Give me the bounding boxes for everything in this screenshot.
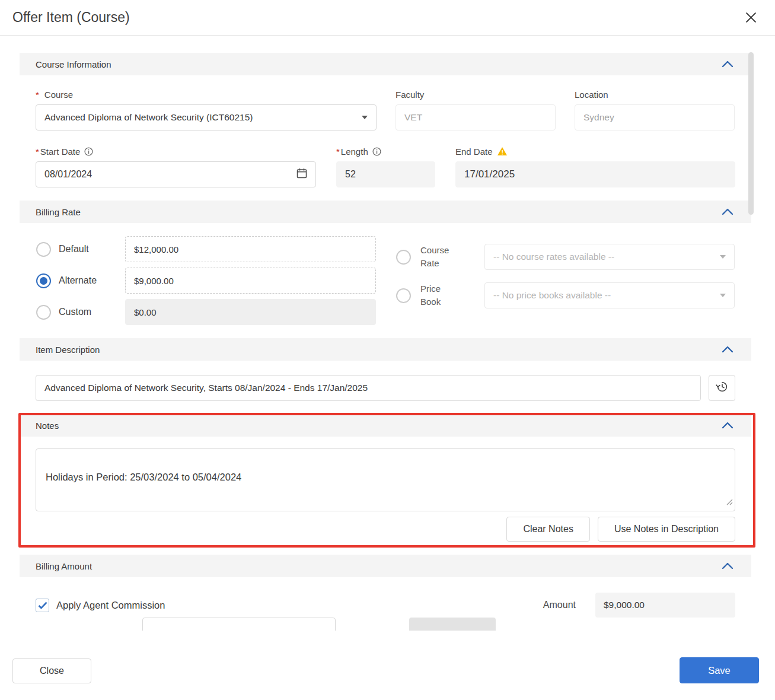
chevron-up-icon[interactable] bbox=[722, 61, 733, 68]
length-label: Length bbox=[336, 147, 368, 157]
faculty-value: VET bbox=[404, 112, 547, 123]
radio-course-rate[interactable] bbox=[396, 250, 411, 265]
price-book-row: Price Book -- No price books available -… bbox=[396, 282, 735, 308]
rate-alternate-choice[interactable]: Alternate bbox=[36, 273, 125, 288]
cutoff-row bbox=[142, 618, 735, 631]
end-date-label: End Date bbox=[455, 147, 493, 157]
reset-description-button[interactable] bbox=[709, 375, 735, 401]
rate-custom-choice[interactable]: Custom bbox=[36, 305, 125, 320]
apply-agent-commission-group[interactable]: Apply Agent Commission bbox=[36, 599, 165, 612]
price-book-select[interactable]: -- No price books available -- bbox=[484, 282, 735, 308]
rate-default-label: Default bbox=[59, 244, 89, 254]
end-date-field: End Date 17/01/2025 bbox=[455, 146, 735, 187]
course-rate-placeholder: -- No course rates available -- bbox=[493, 252, 714, 262]
chevron-up-icon[interactable] bbox=[722, 208, 733, 215]
apply-agent-commission-checkbox[interactable] bbox=[36, 599, 49, 612]
start-date-label: Start Date bbox=[36, 147, 80, 157]
amount-label: Amount bbox=[543, 600, 576, 610]
rate-default-choice[interactable]: Default bbox=[36, 242, 125, 257]
calendar-icon[interactable] bbox=[296, 168, 307, 181]
rate-custom-label: Custom bbox=[59, 307, 91, 317]
custom-rate-value: $0.00 bbox=[134, 307, 157, 317]
notes-content: Holidays in Period: 25/03/2024 to 05/04/… bbox=[20, 437, 751, 542]
price-book-label: Price Book bbox=[420, 282, 460, 308]
course-field: Course Advanced Diploma of Network Secur… bbox=[36, 89, 377, 131]
notes-textarea[interactable]: Holidays in Period: 25/03/2024 to 05/04/… bbox=[36, 448, 735, 511]
radio-price-book[interactable] bbox=[396, 288, 411, 303]
course-rate-label: Course Rate bbox=[420, 244, 460, 270]
end-date-value: 17/01/2025 bbox=[464, 168, 726, 180]
course-select[interactable]: Advanced Diploma of Network Security (IC… bbox=[36, 104, 377, 131]
length-field: Length 52 bbox=[336, 146, 435, 187]
radio-alternate[interactable] bbox=[36, 273, 51, 288]
clear-notes-button[interactable]: Clear Notes bbox=[506, 517, 589, 542]
item-description-title: Item Description bbox=[36, 345, 100, 355]
section-notes: Notes Holidays in Period: 25/03/2024 to … bbox=[20, 414, 751, 542]
chevron-down-icon bbox=[720, 294, 726, 297]
course-value: Advanced Diploma of Network Security (IC… bbox=[44, 112, 356, 123]
rate-options: Default $12,000.00 Alternate $9,000.00 bbox=[36, 236, 376, 325]
save-button[interactable]: Save bbox=[680, 657, 759, 683]
rate-option-default: Default $12,000.00 bbox=[36, 236, 376, 262]
section-item-description: Item Description Advanced Diploma of Net… bbox=[20, 338, 751, 401]
alternate-rate-input[interactable]: $9,000.00 bbox=[125, 268, 376, 294]
start-date-value: 08/01/2024 bbox=[44, 169, 296, 180]
chevron-up-icon[interactable] bbox=[722, 346, 733, 353]
check-icon bbox=[38, 602, 47, 609]
notes-buttons: Clear Notes Use Notes in Description bbox=[36, 517, 735, 542]
radio-custom[interactable] bbox=[36, 305, 51, 320]
faculty-label: Faculty bbox=[396, 89, 556, 100]
history-icon bbox=[716, 380, 729, 396]
default-rate-value: $12,000.00 bbox=[134, 244, 178, 254]
end-date-input: 17/01/2025 bbox=[455, 161, 735, 187]
cutoff-control bbox=[409, 618, 496, 631]
faculty-input: VET bbox=[396, 104, 556, 131]
info-icon[interactable] bbox=[84, 147, 93, 156]
item-description-value: Advanced Diploma of Network Security, St… bbox=[44, 383, 692, 393]
notes-header[interactable]: Notes bbox=[20, 414, 751, 437]
rate-option-custom: Custom $0.00 bbox=[36, 299, 376, 325]
notes-title: Notes bbox=[36, 421, 59, 431]
start-date-input[interactable]: 08/01/2024 bbox=[36, 161, 316, 187]
billing-amount-title: Billing Amount bbox=[36, 561, 92, 571]
cutoff-input[interactable] bbox=[142, 618, 336, 631]
resize-handle-icon[interactable] bbox=[726, 497, 733, 508]
chevron-up-icon[interactable] bbox=[722, 422, 733, 429]
start-date-field: Start Date 08/01/2024 bbox=[36, 146, 316, 187]
section-billing-amount: Billing Amount Apply Agent Commission Am… bbox=[20, 555, 751, 631]
billing-rate-content: Default $12,000.00 Alternate $9,000.00 bbox=[20, 223, 751, 325]
item-description-header[interactable]: Item Description bbox=[20, 338, 751, 361]
rate-sources: Course Rate -- No course rates available… bbox=[396, 236, 735, 325]
amount-value: $9,000.00 bbox=[604, 600, 645, 610]
location-label: Location bbox=[575, 89, 735, 100]
item-description-input[interactable]: Advanced Diploma of Network Security, St… bbox=[36, 375, 701, 401]
modal-header: Offer Item (Course) bbox=[0, 0, 775, 36]
course-information-header[interactable]: Course Information bbox=[20, 53, 751, 75]
radio-default[interactable] bbox=[36, 242, 51, 257]
course-rate-select[interactable]: -- No course rates available -- bbox=[484, 244, 735, 270]
billing-amount-header[interactable]: Billing Amount bbox=[20, 555, 751, 577]
use-notes-in-description-button[interactable]: Use Notes in Description bbox=[598, 517, 735, 542]
billing-rate-title: Billing Rate bbox=[36, 207, 81, 217]
warning-icon bbox=[497, 147, 508, 156]
modal-title: Offer Item (Course) bbox=[12, 9, 130, 26]
price-book-placeholder: -- No price books available -- bbox=[493, 290, 714, 301]
close-icon[interactable] bbox=[742, 9, 759, 26]
chevron-down-icon bbox=[720, 255, 726, 259]
scrollbar-thumb[interactable] bbox=[748, 52, 754, 215]
end-date-label-row: End Date bbox=[455, 146, 735, 157]
chevron-up-icon[interactable] bbox=[722, 562, 733, 569]
rate-alternate-label: Alternate bbox=[59, 275, 97, 286]
alternate-rate-value: $9,000.00 bbox=[134, 276, 174, 286]
section-course-information: Course Information Course Advanced Diplo… bbox=[20, 53, 751, 187]
amount-input: $9,000.00 bbox=[595, 593, 735, 618]
info-icon[interactable] bbox=[372, 147, 381, 156]
location-value: Sydney bbox=[583, 112, 726, 123]
modal-body: Course Information Course Advanced Diplo… bbox=[0, 36, 775, 631]
default-rate-input[interactable]: $12,000.00 bbox=[125, 236, 376, 262]
item-description-content: Advanced Diploma of Network Security, St… bbox=[20, 361, 751, 401]
location-input: Sydney bbox=[575, 104, 735, 131]
amount-group: Amount $9,000.00 bbox=[543, 593, 735, 618]
close-button[interactable]: Close bbox=[12, 658, 91, 683]
billing-rate-header[interactable]: Billing Rate bbox=[20, 201, 751, 223]
